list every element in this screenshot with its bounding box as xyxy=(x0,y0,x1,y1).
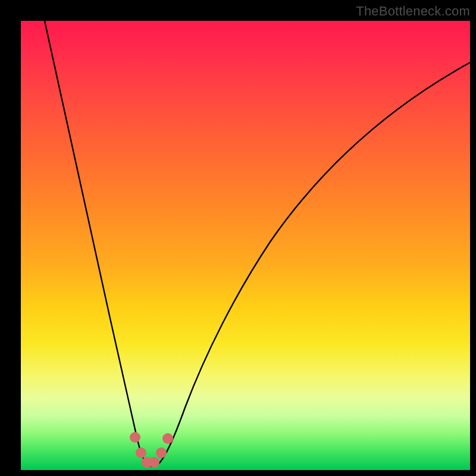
trough-markers xyxy=(130,432,173,468)
marker-dot xyxy=(130,432,140,443)
plot-area xyxy=(21,21,470,470)
curve-path xyxy=(45,21,470,466)
marker-dot xyxy=(149,457,159,468)
watermark-text: TheBottleneck.com xyxy=(356,4,470,19)
marker-dot xyxy=(136,447,146,458)
marker-dot xyxy=(156,447,167,458)
bottleneck-curve xyxy=(21,21,470,470)
marker-dot xyxy=(162,433,173,444)
chart-frame: TheBottleneck.com xyxy=(0,0,476,476)
